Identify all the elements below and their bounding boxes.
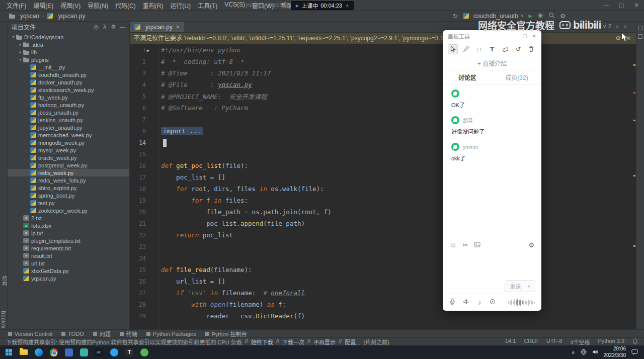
board-minimize-icon[interactable]: ▢ bbox=[522, 33, 527, 39]
code-line[interactable]: 23 bbox=[130, 241, 636, 252]
code-line[interactable]: 3# @Time : 2021/8/3 11:17 bbox=[130, 67, 636, 79]
status-link[interactable]: 配置... bbox=[345, 338, 360, 346]
code-line[interactable]: 20 file_path = os.path.join(root, f) bbox=[130, 206, 636, 218]
tree-item[interactable]: ≡requirements.txt bbox=[8, 244, 129, 252]
notification-center-icon[interactable] bbox=[631, 349, 638, 356]
tree-item[interactable]: shiro_exploit.py bbox=[8, 184, 129, 192]
tree-item[interactable]: xfofa.xlsx bbox=[8, 222, 129, 229]
code-line[interactable]: 17 poc_list = [] bbox=[130, 171, 636, 183]
taskbar-icon-app-circle-blue[interactable] bbox=[110, 348, 119, 357]
tool-window-button[interactable]: TODO bbox=[61, 331, 84, 337]
tree-item[interactable]: elasticsearch_week.py bbox=[8, 86, 129, 94]
tree-item[interactable]: oracle_week.py bbox=[8, 154, 129, 161]
status-line-ending[interactable]: CRLF bbox=[524, 338, 538, 346]
editor-scrollbar-marks[interactable] bbox=[633, 44, 635, 329]
tree-item[interactable]: xlsxGetData.py bbox=[8, 267, 129, 275]
code-line[interactable]: 4# @File : yqscan.py bbox=[130, 79, 636, 91]
banner-settings-icon[interactable]: ⚙ bbox=[615, 33, 621, 44]
code-line[interactable]: 5# @PROJECT_NAME: 安全开发课程 bbox=[130, 91, 636, 102]
right-tool-button[interactable] bbox=[638, 34, 642, 39]
tool-window-button[interactable]: 问题 bbox=[93, 330, 111, 338]
tree-item[interactable]: ▾plugins bbox=[8, 56, 129, 63]
code-line[interactable]: 22 return poc_list bbox=[130, 229, 636, 241]
tree-item[interactable]: redis_week_fofa.py bbox=[8, 176, 129, 184]
chat-settings-gear-icon[interactable]: ⚙ bbox=[528, 241, 534, 249]
tree-item[interactable]: ≡url.txt bbox=[8, 259, 129, 267]
next-problem-icon[interactable]: ∨ bbox=[623, 24, 627, 29]
tool-window-button[interactable]: Python Packages bbox=[146, 331, 196, 337]
chat-message-list[interactable]: OK了胡月好像没问题了ymmmokk了 bbox=[443, 84, 541, 239]
editor-tab[interactable]: yqscan.py ✕ bbox=[130, 22, 184, 32]
code-line[interactable]: 2# -*- coding: utf-8 -*- bbox=[130, 56, 636, 67]
taskbar-icon-app-green[interactable] bbox=[140, 348, 149, 357]
run-configuration-select[interactable]: couchdb_unauth ∨ bbox=[463, 13, 524, 20]
live-intro-tab[interactable]: + 直播介绍 bbox=[443, 56, 541, 70]
tree-item[interactable]: ≡result.txt bbox=[8, 252, 129, 259]
minimize-button[interactable]: — bbox=[599, 0, 614, 11]
tree-item[interactable]: ≡ip.txt bbox=[8, 229, 129, 237]
screenshot-scissors-icon[interactable]: ✂ bbox=[462, 241, 468, 249]
prev-problem-icon[interactable]: ∧ bbox=[616, 24, 619, 29]
network-icon[interactable] bbox=[581, 349, 587, 356]
record-dot-icon[interactable] bbox=[490, 299, 496, 306]
menu-item[interactable]: 运行(U) bbox=[167, 0, 194, 11]
locate-file-icon[interactable]: ◎ bbox=[94, 24, 99, 30]
image-icon[interactable] bbox=[474, 241, 480, 249]
tab-close-icon[interactable]: ✕ bbox=[176, 24, 180, 30]
microphone-icon[interactable] bbox=[449, 298, 455, 307]
inspection-indicator[interactable]: 1 bbox=[565, 23, 568, 30]
tree-item[interactable]: ≡2.txt bbox=[8, 214, 129, 222]
tree-item[interactable]: mysql_week.py bbox=[8, 146, 129, 154]
event-log-bell-icon[interactable] bbox=[632, 338, 638, 345]
menu-item[interactable]: VCS(S) bbox=[221, 0, 249, 11]
code-line[interactable]: 15 bbox=[130, 148, 636, 160]
taskbar-icon-edge[interactable] bbox=[34, 348, 43, 357]
menu-item[interactable]: 导航(N) bbox=[84, 0, 112, 11]
class-timer[interactable]: ▶ 上课中 00:04:23 ∧ bbox=[291, 1, 354, 10]
banner-close-icon[interactable]: ✕ bbox=[626, 33, 631, 44]
tree-item[interactable]: ▸.idea bbox=[8, 41, 129, 48]
fold-icon[interactable]: ▶ bbox=[147, 48, 149, 53]
code-line[interactable]: 8import ... bbox=[130, 125, 636, 137]
taskbar-icon-app-t[interactable]: T bbox=[125, 348, 134, 357]
code-line[interactable]: 18 for root, dirs, files in os.walk(file… bbox=[130, 183, 636, 195]
pen-tool-icon[interactable] bbox=[461, 44, 471, 54]
code-line[interactable]: 14 bbox=[130, 137, 636, 148]
structure-tool-button[interactable]: 结构 bbox=[1, 276, 8, 287]
send-button[interactable]: 发送 ∨ bbox=[505, 280, 535, 292]
trash-tool-icon[interactable] bbox=[526, 44, 536, 54]
board-close-icon[interactable]: ✕ bbox=[532, 33, 536, 39]
code-line[interactable]: 7 bbox=[130, 114, 636, 125]
tool-window-button[interactable]: Version Control bbox=[8, 331, 52, 337]
tree-item[interactable]: docker_unauth.py bbox=[8, 78, 129, 86]
tool-window-button[interactable]: 终端 bbox=[120, 330, 137, 338]
code-line[interactable]: 26 url_list = [] bbox=[130, 276, 636, 287]
chat-input-area[interactable] bbox=[443, 250, 541, 279]
status-link[interactable]: 始终下载 bbox=[251, 338, 273, 346]
tab-members[interactable]: 成员(32) bbox=[492, 70, 541, 84]
inspection-indicator[interactable]: ∨ 2 bbox=[603, 23, 611, 30]
emoji-icon[interactable]: ☺ bbox=[450, 241, 456, 249]
tree-item[interactable]: hadoop_unauth.py bbox=[8, 101, 129, 109]
code-line[interactable]: 29 reader = csv.DictReader(f) bbox=[130, 310, 636, 322]
taskbar-icon-app-teal[interactable] bbox=[79, 348, 89, 357]
code-line[interactable]: 1▶#!/usr/bin/env python bbox=[130, 44, 636, 56]
inspection-indicator[interactable]: ▲ 4 bbox=[573, 23, 583, 30]
tree-item[interactable]: jboss_unauth.py bbox=[8, 109, 129, 116]
taskbar-icon-app-blue[interactable] bbox=[64, 348, 73, 357]
maximize-button[interactable]: ▢ bbox=[614, 0, 629, 11]
send-options-chevron-icon[interactable]: ∨ bbox=[527, 284, 530, 289]
rectangle-tool-icon[interactable]: □ bbox=[474, 44, 484, 54]
tree-item[interactable]: zookeeper_week.py bbox=[8, 207, 129, 214]
tree-item[interactable]: yqscan.py bbox=[8, 275, 129, 282]
status-indent[interactable]: 4个空格 bbox=[570, 338, 590, 346]
tree-item[interactable]: jenkins_unauth.py bbox=[8, 116, 129, 124]
status-caret[interactable]: 14:1 bbox=[505, 338, 516, 346]
code-line[interactable]: 6# @Software : PyCharm bbox=[130, 102, 636, 114]
right-tool-button[interactable] bbox=[638, 26, 642, 30]
volume-icon[interactable] bbox=[592, 349, 598, 356]
tree-item[interactable]: ▾D:\Code\yqscan bbox=[8, 33, 129, 41]
inspection-indicator[interactable]: A 11 bbox=[587, 23, 598, 30]
eraser-tool-icon[interactable] bbox=[500, 44, 510, 54]
tree-item[interactable]: ▸lib bbox=[8, 48, 129, 56]
